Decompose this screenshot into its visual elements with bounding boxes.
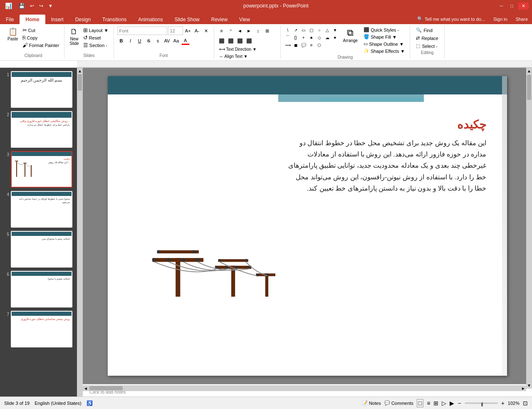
tab-view[interactable]: View — [233, 15, 256, 24]
shape-plus[interactable]: + — [300, 34, 307, 41]
arrange-button[interactable]: ⧉ Arrange — [341, 27, 360, 44]
font-name-input[interactable] — [117, 27, 167, 35]
shape-rrect[interactable]: ▢ — [308, 27, 315, 33]
customize-btn[interactable]: ▼ — [47, 2, 54, 9]
italic-btn[interactable]: I — [126, 37, 135, 45]
canvas-v-scrollbar[interactable]: ▲ ▼ — [526, 68, 532, 389]
reset-button[interactable]: ↺ Reset — [82, 34, 110, 41]
view-reading-btn[interactable]: ▷ — [442, 400, 446, 407]
shape-outline-button[interactable]: ▭ Shape Outline ▼ — [362, 41, 406, 47]
slide-item-3[interactable]: 3 چکیده — [2, 150, 75, 188]
save-btn[interactable]: 💾 — [17, 2, 27, 10]
zoom-in-btn[interactable]: + — [501, 400, 505, 407]
replace-button[interactable]: ⇄ Replace — [413, 35, 440, 42]
shape-tri[interactable]: △ — [324, 27, 331, 33]
slide-thumb-3[interactable]: چکیده این مقاله یک روش... — [11, 151, 72, 188]
format-painter-button[interactable]: 🖌 Format Painter — [21, 42, 61, 49]
shape-eq[interactable]: ≡ — [308, 42, 315, 48]
shape-block[interactable]: ◼ — [292, 42, 299, 48]
tab-slideshow[interactable]: Slide Show — [169, 15, 205, 24]
shape-more[interactable]: ▼ — [332, 27, 339, 33]
clear-format-btn[interactable]: ✕ — [202, 27, 210, 35]
shape-bracket[interactable]: {} — [292, 34, 299, 41]
text-direction-btn[interactable]: ⟷ Text Direction ▼ — [218, 47, 258, 52]
quick-styles-button[interactable]: ⬛ Quick Styles - — [362, 27, 406, 33]
fit-slide-btn[interactable]: ⊡ — [523, 400, 528, 407]
maximize-btn[interactable]: □ — [508, 2, 516, 10]
shape-fill-button[interactable]: 🪣 Shape Fill ▼ — [362, 34, 406, 40]
notes-btn[interactable]: 📝 Notes — [362, 400, 381, 406]
align-left-btn[interactable]: ⬛ — [218, 37, 226, 45]
increase-font-btn[interactable]: A+ — [184, 27, 192, 35]
select-button[interactable]: ⬚ Select - — [413, 42, 440, 50]
slide-thumb-1[interactable]: بسم الله الرحمن الرحیم — [11, 71, 72, 108]
slide-show-btn[interactable]: ▶ — [450, 400, 454, 407]
slide-item-2[interactable]: 2 روش مکالیفی خطای حوزه فازوری واقی... پ… — [2, 110, 75, 149]
redo-btn[interactable]: ↪ — [37, 2, 45, 10]
shape-arrow2[interactable]: ⟹ — [284, 42, 292, 48]
copy-button[interactable]: ⎘ Copy — [21, 34, 61, 41]
shape-effects-button[interactable]: ✨ Shape Effects ▼ — [362, 48, 406, 54]
h-scroll-right[interactable]: ► — [521, 386, 525, 391]
font-size-input[interactable] — [168, 27, 183, 35]
find-button[interactable]: 🔍 Find — [413, 27, 440, 34]
canvas-scroll-up[interactable]: ▲ — [527, 69, 531, 73]
slide-item-5[interactable]: 5 اسلاید پنجم با محتوای متن — [2, 230, 75, 268]
slide-item-6[interactable]: 6 اسلاید ششم با محتوا — [2, 270, 75, 308]
slide-thumb-6[interactable]: اسلاید ششم با محتوا — [11, 271, 72, 307]
view-sorter-btn[interactable]: ⊞ — [433, 400, 438, 407]
slide-thumb-5[interactable]: اسلاید پنجم با محتوای متن — [11, 231, 72, 268]
paste-button[interactable]: 📋 Paste — [6, 27, 20, 42]
zoom-out-btn[interactable]: − — [458, 400, 461, 407]
slide-panel[interactable]: 1 بسم الله الرحمن الرحیم 2 روش مکالیفی خ… — [0, 68, 77, 404]
increase-indent-btn[interactable]: ► — [245, 27, 253, 35]
comments-btn[interactable]: 💬 Comments — [384, 400, 413, 406]
slide-thumb-4[interactable]: محتوا متنی با خطوط کوچک در اینجا نمایش د… — [11, 191, 72, 228]
slide-item-1[interactable]: 1 بسم الله الرحمن الرحیم — [2, 70, 75, 109]
view-normal-btn[interactable]: □ — [417, 399, 423, 407]
center-btn[interactable]: ⬛ — [227, 37, 235, 45]
cut-button[interactable]: ✂ Cut — [21, 27, 61, 34]
scroll-thumb[interactable] — [78, 74, 82, 91]
shape-oval[interactable]: ○ — [316, 27, 323, 33]
tab-transitions[interactable]: Transitions — [97, 15, 132, 24]
new-slide-button[interactable]: 🗋 NewSlide — [68, 27, 80, 47]
h-scrollbar[interactable]: ◄ ► — [83, 385, 526, 391]
scroll-up-btn[interactable]: ▲ — [78, 69, 82, 73]
font-color-btn[interactable]: A — [181, 37, 190, 45]
tell-me[interactable]: 🔍 Tell me what you want to do... — [413, 14, 489, 24]
view-outline-btn[interactable]: ≡ — [427, 400, 430, 407]
sign-in-btn[interactable]: Sign in — [489, 14, 512, 24]
bold-btn[interactable]: B — [117, 37, 126, 45]
slide-panel-scrollbar[interactable]: ▲ ▼ — [77, 68, 83, 404]
canvas-scroll-thumb[interactable] — [527, 75, 531, 100]
layout-button[interactable]: ⊞ Layout ▼ — [82, 27, 110, 34]
minimize-btn[interactable]: ─ — [497, 2, 506, 10]
decrease-indent-btn[interactable]: ◄ — [236, 27, 244, 35]
tab-review[interactable]: Review — [205, 15, 233, 24]
close-btn[interactable]: ✕ — [518, 2, 529, 10]
shape-heart[interactable]: ♥ — [332, 34, 339, 41]
line-spacing-btn[interactable]: ↕ — [254, 27, 262, 35]
decrease-font-btn[interactable]: A- — [193, 27, 201, 35]
align-right-btn[interactable]: ⬛ — [236, 37, 244, 45]
tab-file[interactable]: File — [0, 15, 20, 24]
slide-item-7[interactable]: 7 روش بیشتر شناسایی خطای حوزه فازوری — [2, 310, 75, 348]
slide-thumb-2[interactable]: روش مکالیفی خطای حوزه فازوری واقی... پار… — [11, 111, 72, 148]
numbering-btn[interactable]: ⁼ — [227, 27, 235, 35]
shape-line[interactable]: \ — [284, 27, 292, 33]
shape-curve[interactable]: ⌒ — [284, 34, 292, 41]
shape-arrow[interactable]: ↗ — [292, 27, 299, 33]
shape-rect[interactable]: ▭ — [300, 27, 307, 33]
strikethrough-btn[interactable]: S — [145, 37, 153, 45]
shape-flow[interactable]: ⬡ — [316, 42, 323, 48]
bullets-btn[interactable]: ≡ — [218, 27, 226, 35]
shape-callout[interactable]: 💬 — [300, 42, 307, 48]
h-scroll-thumb[interactable] — [89, 386, 123, 390]
share-btn[interactable]: Share — [512, 14, 532, 24]
underline-btn[interactable]: U — [136, 37, 144, 45]
zoom-slider[interactable] — [465, 402, 498, 404]
case-btn[interactable]: Aa — [172, 37, 181, 45]
h-scroll-left[interactable]: ◄ — [84, 386, 88, 391]
shadow-btn[interactable]: s — [154, 37, 162, 45]
